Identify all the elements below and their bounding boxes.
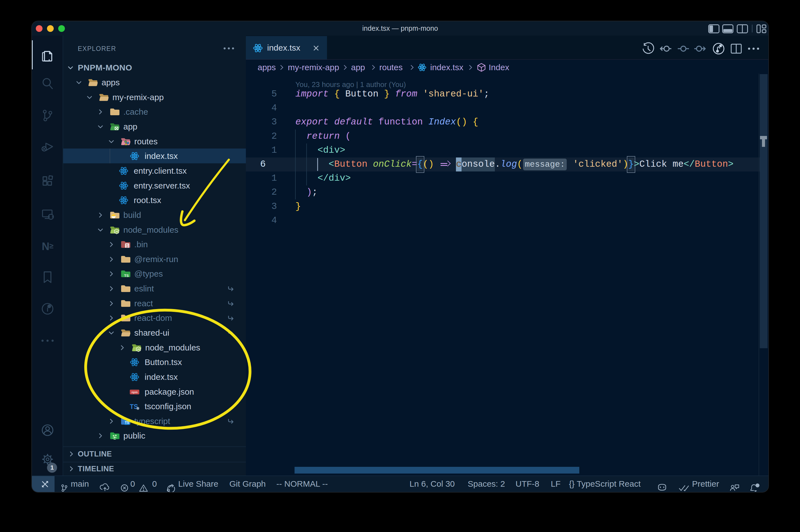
svg-text:TS: TS (124, 273, 129, 278)
svg-text:npm: npm (132, 391, 138, 394)
svg-text:JS: JS (137, 348, 140, 351)
svg-text:10: 10 (126, 246, 129, 248)
svg-text:JS: JS (115, 230, 118, 233)
svg-text:TS: TS (125, 421, 129, 424)
